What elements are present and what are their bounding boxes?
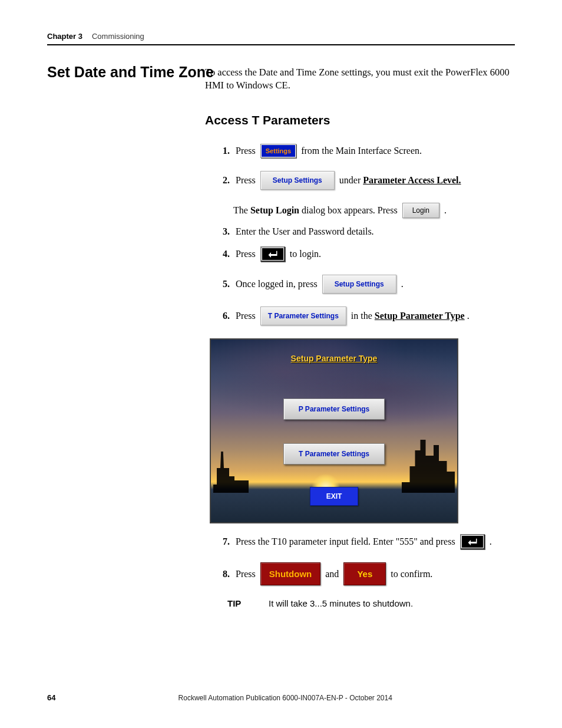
step-2-note: The Setup Login dialog box appears. Pres…	[233, 203, 517, 218]
page-footer: 64 Rockwell Automation Publication 6000-…	[47, 693, 515, 702]
step-4: 4. Press to login.	[217, 246, 517, 262]
step-text: Press	[236, 311, 256, 321]
intro-text: To access the Date and Time Zone setting…	[205, 66, 511, 93]
login-button[interactable]: Login	[402, 203, 439, 218]
step-text: and	[325, 569, 339, 579]
yes-button[interactable]: Yes	[343, 562, 386, 585]
step-number: 8.	[217, 569, 230, 579]
step-number: 4.	[217, 249, 230, 259]
page-header: Chapter 3 Commissioning	[47, 32, 515, 45]
step-text: Once logged in, press	[236, 279, 318, 289]
chapter-label: Chapter 3	[47, 32, 82, 41]
step-1: 1. Press Settings from the Main Interfac…	[217, 144, 517, 158]
step-text: to confirm.	[391, 569, 432, 579]
tip-text: It will take 3...5 minutes to shutdown.	[269, 598, 413, 608]
tip-label: TIP	[227, 598, 269, 608]
page: Chapter 3 Commissioning Set Date and Tim…	[0, 0, 562, 728]
step-text: Press	[236, 569, 256, 579]
step-number: 7.	[217, 536, 230, 547]
steps-list: 1. Press Settings from the Main Interfac…	[217, 144, 517, 608]
step-text: .	[401, 279, 404, 289]
step-text: Enter the User and Password details.	[236, 226, 374, 237]
enter-arrow-icon	[267, 250, 278, 258]
chapter-title: Commissioning	[92, 32, 144, 41]
subheading: Access T Parameters	[205, 113, 330, 127]
t-parameter-settings-button[interactable]: T Parameter Settings	[260, 307, 346, 325]
p-parameter-settings-button[interactable]: P Parameter Settings	[283, 398, 385, 420]
step-number: 1.	[217, 146, 230, 156]
publication-info: Rockwell Automation Publication 6000-IN0…	[55, 694, 515, 702]
link-setup-parameter-type: Setup Parameter Type	[375, 311, 465, 321]
step-text: to login.	[290, 249, 321, 259]
enter-button[interactable]	[460, 534, 485, 549]
step-text: from the Main Interface Screen.	[301, 146, 422, 156]
step-text: .	[444, 205, 447, 216]
shutdown-button[interactable]: Shutdown	[260, 562, 320, 585]
step-5: 5. Once logged in, press Setup Settings …	[217, 275, 517, 294]
section-heading: Set Date and Time Zone	[47, 64, 214, 81]
header-rule	[47, 44, 515, 45]
enter-arrow-icon	[467, 538, 478, 546]
step-number: 3.	[217, 226, 230, 237]
step-text: dialog box appears. Press	[302, 205, 398, 216]
step-6: 6. Press T Parameter Settings in the Set…	[217, 307, 517, 325]
step-text: Press	[236, 249, 256, 259]
step-number: 2.	[217, 175, 230, 186]
setup-settings-button[interactable]: Setup Settings	[260, 171, 335, 190]
tip-row: TIP It will take 3...5 minutes to shutdo…	[227, 598, 517, 608]
step-text: under	[339, 175, 361, 186]
bold-text: Setup Login	[250, 205, 299, 216]
step-number: 5.	[217, 279, 230, 289]
screenshot-title: Setup Parameter Type	[211, 354, 457, 363]
link-parameter-access-level: Parameter Access Level.	[363, 175, 461, 186]
exit-button[interactable]: EXIT	[310, 487, 358, 506]
enter-button[interactable]	[260, 246, 285, 262]
step-7: 7. Press the T10 parameter input field. …	[217, 534, 517, 549]
screenshot-sun	[311, 474, 340, 488]
step-3: 3. Enter the User and Password details.	[217, 226, 517, 237]
step-text: The	[233, 205, 248, 216]
settings-button[interactable]: Settings	[260, 144, 296, 158]
step-2: 2. Press Setup Settings under Parameter …	[217, 171, 517, 190]
step-text: Press	[236, 175, 256, 186]
step-text: .	[467, 311, 470, 321]
step-text: .	[490, 536, 492, 547]
step-text: in the	[351, 311, 372, 321]
step-text: Press the T10 parameter input field. Ent…	[236, 536, 455, 547]
step-text: Press	[236, 146, 256, 156]
setup-settings-button[interactable]: Setup Settings	[322, 275, 396, 294]
header-line: Chapter 3 Commissioning	[47, 32, 515, 44]
step-8: 8. Press Shutdown and Yes to confirm.	[217, 562, 517, 585]
step-number: 6.	[217, 311, 230, 321]
t-parameter-settings-button[interactable]: T Parameter Settings	[283, 443, 385, 465]
setup-parameter-screenshot: Setup Parameter Type P Parameter Setting…	[210, 338, 458, 523]
page-number: 64	[47, 693, 55, 702]
